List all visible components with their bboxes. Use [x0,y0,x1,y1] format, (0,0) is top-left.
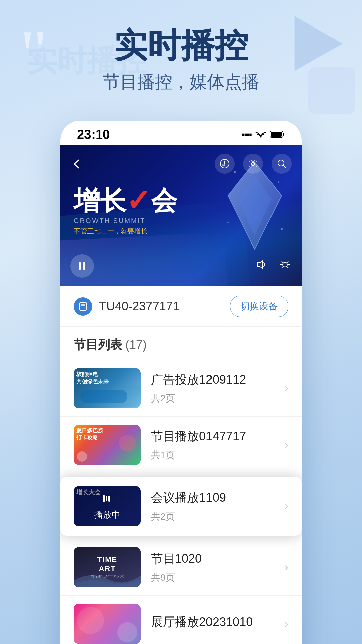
wifi-icon [255,129,266,140]
video-bottom-controls [70,254,292,278]
svg-point-15 [227,222,229,223]
battery-icon [270,130,285,139]
chevron-right-icon: › [284,560,288,574]
svg-text:OFF: OFF [222,163,227,166]
power-off-button[interactable]: OFF [215,154,235,174]
phone-wrapper: 23:10 ▪▪▪▪ [0,121,362,644]
svg-rect-35 [108,496,110,502]
svg-rect-17 [79,262,81,270]
main-title: 实时播控 [27,27,335,64]
video-tagline: 不管三七二一，就要增长 [74,227,177,236]
growth-title-part1: 增长 [74,187,126,214]
program-info: 会议播放1109 共2页 [151,490,278,523]
status-icons: ▪▪▪▪ [242,129,285,140]
phone-mockup: 23:10 ▪▪▪▪ [60,121,302,644]
program-name: 展厅播放20231010 [151,614,278,630]
svg-line-28 [282,267,283,268]
chevron-right-icon: › [284,617,288,631]
svg-point-20 [283,262,287,267]
chevron-right-icon: › [284,499,288,513]
playing-label: 播放中 [94,509,120,521]
svg-point-14 [278,181,279,183]
svg-rect-18 [83,262,85,270]
program-pages: 共2页 [151,510,278,523]
chevron-right-icon: › [284,438,288,452]
header-section: 实时播控 节目播控，媒体点播 [0,0,362,107]
svg-point-1 [260,136,262,137]
playing-overlay: 播放中 [74,486,141,526]
sub-title: 节目播控，媒体点播 [27,70,335,94]
program-name: 会议播放1109 [151,490,278,506]
back-button[interactable] [70,155,84,175]
svg-point-16 [281,228,283,230]
program-info: 节目播放0147717 共1页 [151,428,278,462]
svg-marker-19 [257,261,263,269]
switch-device-button[interactable]: 切换设备 [230,296,288,317]
status-bar: 23:10 ▪▪▪▪ [60,121,302,145]
chevron-right-icon: › [284,381,288,395]
program-info: 节目1020 共9页 [151,551,278,584]
program-name: 节目1020 [151,551,278,567]
svg-line-25 [282,261,283,262]
program-name: 节目播放0147717 [151,428,278,445]
playing-program-thumbnail: 增长大会 播放中 [74,486,141,526]
pause-button[interactable] [70,254,94,278]
status-time: 23:10 [77,127,110,142]
program-item[interactable]: TIME ART 数字时代的世界艺术 节目1020 共9页 › [60,539,302,596]
video-subtitle: GROWTH SUMMIT [74,217,177,225]
video-top-controls: OFF [215,154,292,174]
program-info: 广告投放1209112 共2页 [151,372,278,405]
program-list-section: 节目列表 (17) 核能驱电共创绿色未来 广告投放1209112 共2页 › [60,327,302,644]
device-info: TU40-2377171 [74,297,179,316]
device-bar: TU40-2377171 切换设备 [60,286,302,327]
svg-rect-34 [106,496,107,501]
checkmark-icon: ✓ [126,186,151,215]
zoom-in-button[interactable] [272,154,292,174]
program-info: 展厅播放20231010 [151,614,278,634]
program-pages: 共1页 [151,449,278,462]
time-art-label: TIME ART [90,555,124,573]
svg-rect-29 [80,302,86,310]
svg-line-26 [287,267,288,268]
program-item[interactable]: 夏日多巴胺打卡攻略 节目播放0147717 共1页 › [60,417,302,473]
signal-icon: ▪▪▪▪ [242,129,251,140]
program-item[interactable]: 核能驱电共创绿色未来 广告投放1209112 共2页 › [60,360,302,417]
screenshot-button[interactable] [243,154,263,174]
video-player: OFF 增长 ✓ 会 GROWTH SUMMIT 不管三七二一，就要增长 [60,145,302,286]
svg-point-8 [251,162,255,166]
program-list-header: 节目列表 (17) [60,327,302,360]
program-thumbnail: TIME ART 数字时代的世界艺术 [74,547,141,587]
program-thumbnail [74,604,141,644]
video-right-controls [255,258,292,274]
svg-rect-4 [283,133,284,136]
growth-title-part2: 会 [151,187,177,214]
brightness-button[interactable] [278,258,292,274]
device-name: TU40-2377171 [99,299,179,313]
svg-rect-3 [271,132,282,137]
program-thumbnail: 核能驱电共创绿色未来 [74,368,141,408]
time-art-sublabel: 数字时代的世界艺术 [90,574,124,579]
svg-rect-33 [103,495,105,502]
svg-line-27 [287,261,288,262]
svg-rect-7 [249,161,257,167]
volume-button[interactable] [255,258,268,274]
program-pages: 共2页 [151,392,278,405]
playing-program-item[interactable]: 增长大会 播放中 会议播放1109 共2页 › [60,477,302,536]
program-pages: 共9页 [151,571,278,584]
program-item[interactable]: 展厅播放20231010 › [60,596,302,644]
device-icon [74,297,92,316]
program-name: 广告投放1209112 [151,372,278,388]
program-thumbnail: 夏日多巴胺打卡攻略 [74,425,141,465]
